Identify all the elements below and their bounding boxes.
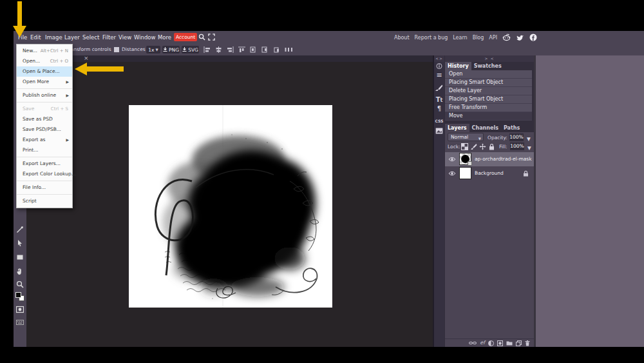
menubar-item[interactable]: View [118,31,131,44]
history-item[interactable]: Free Transform [445,104,532,112]
panel-tab[interactable]: History [445,62,471,70]
fill-value[interactable]: 100% [510,142,524,150]
twitter-icon[interactable] [516,34,524,41]
file-menu-item[interactable]: Save PSD/PSB... ▶ [17,124,72,135]
align-center-icon[interactable] [215,46,222,53]
menubar-item[interactable]: More [158,31,171,44]
link-icon[interactable] [469,340,477,346]
menu-bar: FileEditImageLayerSelectFilterViewWindow… [14,31,644,44]
hand-tool-icon[interactable] [16,268,24,275]
history-item[interactable]: Placing Smart Object [445,95,532,104]
document-canvas[interactable] [129,105,332,308]
search-icon[interactable] [198,34,205,41]
distances-checkbox[interactable] [114,47,119,52]
align-left-icon[interactable] [204,46,211,53]
lock-pixels-icon[interactable] [470,143,477,150]
top-link[interactable]: Blog [473,35,484,41]
adjustment-icon[interactable] [488,340,494,346]
menubar-item[interactable]: Window [134,31,156,44]
zoom-tool-icon[interactable] [16,280,24,288]
file-menu-item[interactable]: Publish online ▶ [17,90,72,101]
panel-collapse-toggle[interactable]: <> [434,55,444,62]
mask-icon[interactable] [497,340,503,346]
quick-mask-icon[interactable] [16,306,24,313]
facebook-icon[interactable] [529,34,537,41]
file-menu-item[interactable]: Print... ▶ [17,145,72,155]
css-icon[interactable]: CSS [434,119,444,123]
properties-icon[interactable]: ≡ [434,72,444,79]
top-link[interactable]: API [489,35,497,41]
delete-icon[interactable] [525,340,530,346]
file-menu-item[interactable]: Export as ▶ [17,135,72,145]
menubar-item[interactable]: Filter [102,31,116,44]
align-right-icon[interactable] [227,46,234,53]
foreground-color-swatch[interactable] [15,292,21,298]
file-menu-item[interactable]: Open & Place... ▶ [17,66,72,77]
brush-icon[interactable] [434,84,444,92]
layer-row[interactable]: Background [445,166,534,181]
keyboard-icon[interactable] [16,319,24,326]
file-menu-item[interactable]: Save Ctrl + S ▶ [17,104,72,114]
file-menu-item[interactable]: Open... Ctrl + O ▶ [17,56,72,66]
layer-row[interactable]: ap-orchardtrad-el-mask [445,152,534,166]
panel-tab[interactable]: Paths [501,124,522,132]
export-svg-button[interactable]: SVG [182,46,199,54]
history-item[interactable]: Delete Layer [445,87,532,95]
layer-name[interactable]: Background [475,166,504,181]
lock-all-icon[interactable] [488,143,495,150]
canvas-area[interactable] [26,62,433,347]
history-item[interactable]: Open [445,70,532,79]
image-icon[interactable] [434,127,444,135]
top-link[interactable]: Learn [453,35,467,41]
file-menu-item[interactable]: New... Alt+Ctrl + N ▶ [17,46,72,56]
menubar-item[interactable]: Select [82,31,99,44]
layer-thumbnail[interactable] [459,153,471,165]
eyedropper-tool-icon[interactable] [16,226,24,233]
effects-icon[interactable]: ef [480,340,485,346]
type-icon[interactable]: Tt [434,97,444,104]
export-png-button[interactable]: PNG [162,46,180,54]
file-menu-item[interactable]: File Info... ▶ [17,182,72,193]
layer-thumbnail[interactable] [459,167,471,179]
top-link[interactable]: About [394,35,410,41]
lock-position-icon[interactable] [479,143,486,150]
top-link[interactable]: Report a bug [415,35,448,41]
panel-tab[interactable]: Channels [469,124,501,132]
file-menu-item[interactable]: Save as PSD ▶ [17,114,72,124]
group-icon[interactable] [506,340,513,346]
menubar-item[interactable]: Layer [64,31,80,44]
file-menu-item[interactable]: Open More ▶ [17,77,72,87]
align-top-icon[interactable] [238,46,245,53]
distribute-left-icon[interactable] [250,46,257,53]
file-menu-item[interactable]: Export Color Lookup... ▶ [17,169,72,179]
panel-collapse-header[interactable]: > < [445,55,534,62]
layer-name[interactable]: ap-orchardtrad-el-mask [475,152,532,166]
info-icon[interactable] [434,63,444,70]
chevron-down-icon[interactable]: ▼ [527,144,531,152]
fullscreen-icon[interactable] [208,34,215,41]
color-swatches[interactable] [15,292,24,301]
panel-tab[interactable]: Layers [445,124,469,132]
blend-mode-select[interactable]: Normal ▼ [448,133,484,141]
pixel-ratio-select[interactable]: 1x▼ [146,46,160,54]
visibility-eye-icon[interactable] [448,171,456,176]
direct-select-tool-icon[interactable] [16,239,24,247]
panel-tab[interactable]: Swatches [471,62,504,70]
new-layer-icon[interactable] [516,340,522,346]
distribute-center-icon[interactable] [261,46,269,53]
distribute-gaps-icon[interactable] [285,46,293,53]
visibility-eye-icon[interactable] [448,157,456,162]
history-item[interactable]: Placing Smart Object [445,79,532,87]
menubar-item[interactable]: Edit [30,31,41,44]
reddit-icon[interactable] [502,34,511,41]
distribute-right-icon[interactable] [273,46,280,53]
paragraph-icon[interactable]: ¶ [434,106,444,112]
opacity-value[interactable]: 100% [509,133,524,141]
rectangle-tool-icon[interactable] [16,253,24,261]
file-menu-item[interactable]: Export Layers... ▶ [17,159,72,169]
menubar-item[interactable]: Image [45,31,62,44]
lock-transparency-icon[interactable] [461,143,468,150]
account-button[interactable]: Account [174,33,197,41]
history-item[interactable]: Move [445,112,532,121]
file-menu-item[interactable]: Script ▶ [17,196,72,206]
